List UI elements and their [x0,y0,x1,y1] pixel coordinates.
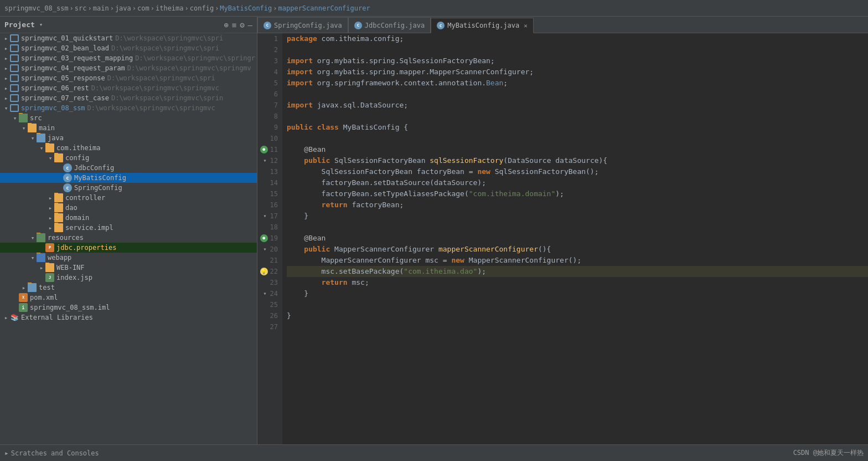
code-line-2 [287,44,868,55]
iml-icon: i [19,303,28,312]
fold-icon[interactable]: ▾ [262,288,268,299]
tree-item-test[interactable]: ▸ test [0,283,257,293]
tree-item-java[interactable]: ▾ java [0,133,257,143]
fold-icon[interactable]: ▾ [262,211,268,222]
line-num-11: ● 11 [257,144,282,155]
line-num-18: 18 [257,222,282,233]
code-content[interactable]: package com.itheima.config; import org.m… [282,33,868,444]
arrow-icon: ▸ [2,314,10,321]
item-label: service.impl [65,224,113,232]
arrow-icon: ▸ [46,204,54,212]
tree-item-jdbcprops[interactable]: P jdbc.properties [0,243,257,253]
hide-icon[interactable]: — [248,21,252,29]
tree-item-extlibs[interactable]: ▸ 📚 External Libraries [0,313,257,322]
tree-item-springmvc08[interactable]: ▾ springmvc_08_ssm D:\workspace\springmv… [0,103,257,113]
sidebar-icons: ⊕ ≡ ⚙ — [224,21,252,29]
tree-item-webinf[interactable]: ▸ WEB-INF [0,263,257,273]
line-num-6: 6 [257,89,282,100]
item-label: springmvc_06_rest [21,84,89,92]
java-tab-icon: c [264,22,271,29]
tab-jdbcconfig[interactable]: c JdbcConfig.java [348,17,431,33]
code-line-13: SqlSessionFactoryBean factoryBean = new … [287,166,868,177]
line-num-5: 5 [257,78,282,89]
tree-item-springmvc01[interactable]: ▸ springmvc_01_quickstart D:\workspace\s… [0,33,257,43]
code-line-12: public SqlSessionFactoryBean sqlSessionF… [287,155,868,166]
arrow-icon: ▾ [29,254,37,262]
arrow-icon: ▾ [46,155,54,162]
bean-gutter-icon: ● [260,234,268,242]
tree-item-springmvc03[interactable]: ▸ springmvc_03_request_mapping D:\worksp… [0,53,257,63]
tree-item-springmvc07[interactable]: ▸ springmvc_07_rest_case D:\workspace\sp… [0,93,257,103]
code-line-5: import org.springframework.context.annot… [287,78,868,89]
line-num-2: 2 [257,44,282,55]
tree-item-webapp[interactable]: ▾ webapp [0,253,257,263]
line-num-22: 💡 22 [257,266,282,277]
tree-item-com-itheima[interactable]: ▾ com.itheima [0,143,257,153]
item-label: dao [65,204,78,212]
tree-item-domain[interactable]: ▸ domain [0,213,257,223]
line-num-19: ● 19 [257,233,282,244]
tree-item-pomxml[interactable]: X pom.xml [0,293,257,303]
bean-gutter-icon: ● [260,146,268,153]
collapse-icon[interactable]: ≡ [232,21,236,29]
line-num-1: 1 [257,33,282,44]
code-line-19: @Bean [287,233,868,244]
code-editor[interactable]: 1 2 3 4 5 6 7 8 9 10 ● 11 ▾ 12 13 14 [257,33,868,444]
fold-icon[interactable]: ▾ [262,155,268,166]
tree-item-src[interactable]: ▾ src [0,113,257,123]
tree-item-jdbcconfig[interactable]: c JdbcConfig [0,163,257,173]
tree-item-serviceimpl[interactable]: ▸ service.impl [0,223,257,233]
code-line-24: } [287,288,868,299]
code-line-17: } [287,211,868,222]
tree-item-main[interactable]: ▾ main [0,123,257,133]
tree-item-springmvc06[interactable]: ▸ springmvc_06_rest D:\workspace\springm… [0,83,257,93]
code-line-14: factoryBean.setDataSource(dataSource); [287,177,868,188]
item-label: WEB-INF [56,264,85,272]
project-sidebar: Project ▾ ⊕ ≡ ⚙ — ▸ springmvc_01_quickst… [0,17,257,444]
item-label: springmvc_03_request_mapping [21,54,133,62]
tab-close-icon[interactable]: ✕ [524,22,528,29]
item-label: springmvc_08_ssm [21,104,85,112]
folder-icon [54,153,63,162]
code-line-3: import org.mybatis.spring.SqlSessionFact… [287,55,868,66]
locate-icon[interactable]: ⊕ [224,21,228,29]
code-line-7: import javax.sql.DataSource; [287,100,868,111]
item-label: config [65,154,89,162]
code-line-10 [287,133,868,144]
settings-icon[interactable]: ⚙ [240,21,244,29]
arrow-icon: ▸ [2,35,10,42]
scratches-label[interactable]: Scratches and Consoles [11,449,99,457]
tree-item-resources[interactable]: ▾ resources [0,233,257,243]
line-num-12: ▾ 12 [257,155,282,166]
tree-item-springconfig[interactable]: c SpringConfig [0,183,257,193]
arrow-icon: ▸ [46,224,54,232]
code-line-8 [287,111,868,122]
tree-item-config[interactable]: ▾ config [0,153,257,163]
tree-item-dao[interactable]: ▸ dao [0,203,257,213]
code-line-6 [287,89,868,100]
item-label: resources [48,234,84,242]
arrow-icon: ▸ [38,264,45,272]
line-num-14: 14 [257,177,282,188]
tree-item-indexjsp[interactable]: J index.jsp [0,273,257,283]
tree-item-iml[interactable]: i springmvc_08_ssm.iml [0,303,257,313]
folder-icon [19,114,28,122]
tree-item-controller[interactable]: ▸ controller [0,193,257,203]
code-line-26: } [287,310,868,321]
tree-item-mybatisconfig[interactable]: c MyBatisConfig [0,173,257,183]
line-numbers: 1 2 3 4 5 6 7 8 9 10 ● 11 ▾ 12 13 14 [257,33,282,444]
line-num-13: 13 [257,166,282,177]
module-icon [10,44,19,53]
item-label: springmvc_02_bean_load [21,44,109,52]
tree-item-springmvc05[interactable]: ▸ springmvc_05_response D:\workspace\spr… [0,73,257,83]
fold-icon[interactable]: ▾ [262,244,268,255]
tab-mybatisconfig[interactable]: c MyBatisConfig.java ✕ [431,18,534,33]
tree-item-springmvc04[interactable]: ▸ springmvc_04_request_param D:\workspac… [0,63,257,73]
tab-springconfig[interactable]: c SpringConfig.java [257,17,348,33]
tree-item-springmvc02[interactable]: ▸ springmvc_02_bean_load D:\workspace\sp… [0,43,257,53]
bulb-gutter-icon: 💡 [260,268,268,275]
folder-icon [37,134,45,142]
folder-icon [54,193,63,202]
jsp-icon: J [45,273,54,282]
arrow-icon: ▾ [20,125,28,132]
